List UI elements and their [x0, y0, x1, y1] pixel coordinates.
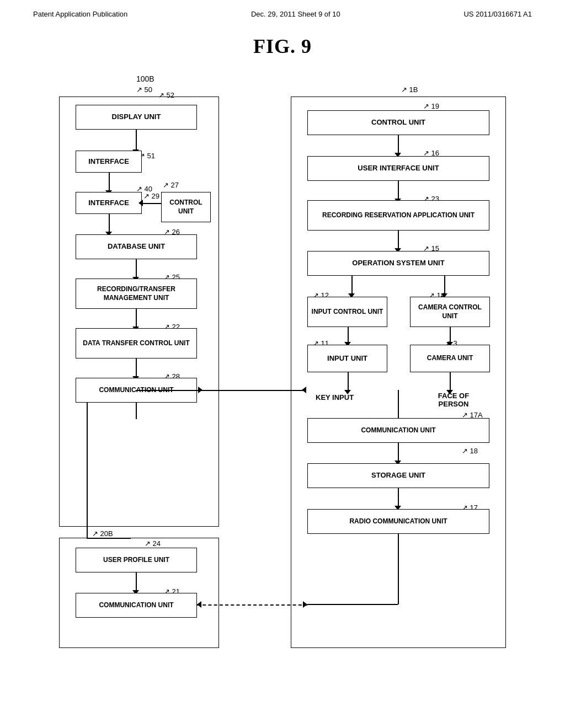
- arrow-display-to-interface: [136, 130, 137, 152]
- arrow-up-down: [136, 572, 137, 592]
- ref-24: ↗ 24: [145, 539, 161, 548]
- user-profile-box: USER PROFILE UNIT: [76, 548, 197, 572]
- arrow-cu-down: [450, 372, 451, 392]
- comm-unit-21-box: COMMUNICATION UNIT: [76, 593, 197, 618]
- interface-29-box: INTERFACE: [76, 192, 142, 214]
- arrow-iu-down: [348, 372, 349, 392]
- radio-comm-box: RADIO COMMUNICATION UNIT: [307, 509, 489, 534]
- input-control-box: INPUT CONTROL UNIT: [307, 297, 387, 327]
- face-person-label: FACE OF PERSON: [426, 392, 481, 408]
- control-unit-27-box: CONTROL UNIT: [161, 192, 211, 222]
- page-header: Patent Application Publication Dec. 29, …: [0, 0, 565, 18]
- v-left-down-to-20b: [87, 403, 88, 538]
- ref-1B: ↗ 1B: [401, 85, 418, 94]
- dashed-line-21-17: [197, 604, 307, 606]
- ref-52: ↗ 52: [158, 91, 174, 99]
- arrow-ic-down: [348, 327, 349, 344]
- control-unit-19-box: CONTROL UNIT: [307, 110, 489, 135]
- main-label: 100B: [136, 74, 154, 83]
- arrow-os-left: [351, 276, 353, 295]
- figure-title: FIG. 9: [0, 35, 565, 58]
- comm-unit-17a-box: COMMUNICATION UNIT: [307, 418, 489, 443]
- arrow-dtc-down: [136, 358, 137, 378]
- user-interface-box: USER INTERFACE UNIT: [307, 156, 489, 181]
- operation-system-box: OPERATION SYSTEM UNIT: [307, 251, 489, 276]
- dashed-arrow-left: [197, 601, 201, 608]
- arrow-rt-down: [136, 309, 137, 328]
- arrow-if29-down: [109, 214, 110, 233]
- arrow-17a-down: [398, 443, 399, 462]
- ref-50: ↗ 50: [136, 85, 152, 94]
- ref-27: ↗ 27: [163, 181, 179, 189]
- arrow-left-28: [198, 387, 202, 393]
- input-unit-box: INPUT UNIT: [307, 345, 387, 372]
- h-arrow-28-17a: [197, 390, 306, 391]
- camera-unit-box: CAMERA UNIT: [410, 345, 490, 372]
- ref-19: ↗ 19: [423, 102, 439, 110]
- interface-51-box: INTERFACE: [76, 151, 142, 173]
- arrow-su-down: [398, 488, 399, 507]
- h-to-20b: [87, 538, 131, 539]
- display-unit-box: DISPLAY UNIT: [76, 105, 197, 130]
- key-input-label: KEY INPUT: [316, 393, 354, 402]
- camera-control-box: CAMERA CONTROL UNIT: [410, 297, 490, 327]
- database-unit-box: DATABASE UNIT: [76, 234, 197, 259]
- ref-18: ↗ 18: [462, 447, 478, 455]
- diagram-area: 100B ↗ 50 ↗ 20B ↗ 1B ↗ 52 DISPLAY UNIT I…: [42, 74, 523, 665]
- dashed-arrow-right: [303, 601, 307, 608]
- header-middle: Dec. 29, 2011 Sheet 9 of 10: [251, 10, 340, 18]
- h-right-dashed: [307, 604, 398, 605]
- arrow-if51-down: [109, 173, 110, 192]
- arrow-left-1: [138, 200, 143, 206]
- h-28-arrow: [136, 390, 197, 391]
- v-radio-to-dashed: [398, 534, 399, 604]
- arrow-db-down: [136, 259, 137, 279]
- ref-29: ↗ 29: [143, 192, 159, 200]
- arrow-rra-down: [398, 231, 399, 250]
- arrow-right-17a: [302, 387, 306, 393]
- recording-transfer-box: RECORDING/TRANSFER MANAGEMENT UNIT: [76, 279, 197, 309]
- arrow-cu19-down: [398, 135, 399, 154]
- header-left: Patent Application Publication: [33, 10, 127, 18]
- recording-reservation-box: RECORDING RESERVATION APPLICATION UNIT: [307, 200, 489, 231]
- header-right: US 2011/0316671 A1: [463, 10, 532, 18]
- arrow-ui-down: [398, 181, 399, 200]
- ref-20B: ↗ 20B: [92, 529, 113, 538]
- storage-unit-box: STORAGE UNIT: [307, 463, 489, 488]
- v-17a-to-box: [398, 390, 399, 418]
- data-transfer-box: DATA TRANSFER CONTROL UNIT: [76, 328, 197, 358]
- v-28-to-arrow: [136, 403, 137, 419]
